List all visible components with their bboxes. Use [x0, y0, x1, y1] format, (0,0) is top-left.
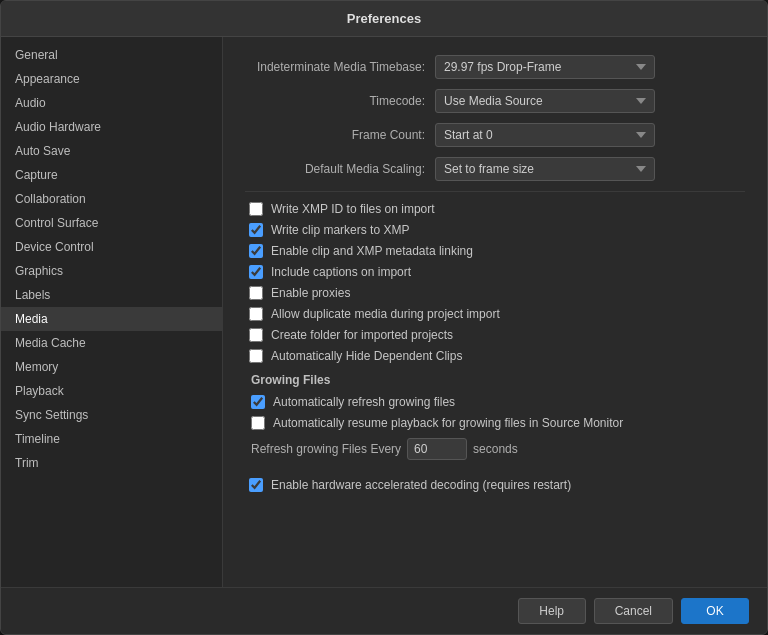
checkbox-label-hw-accel[interactable]: Enable hardware accelerated decoding (re… — [271, 478, 571, 492]
sidebar: GeneralAppearanceAudioAudio HardwareAuto… — [1, 37, 223, 587]
sidebar-item-control-surface[interactable]: Control Surface — [1, 211, 222, 235]
select-frame-count[interactable]: Start at 0Start at 1Timecode Conversion — [435, 123, 655, 147]
ok-button[interactable]: OK — [681, 598, 749, 624]
checkbox-row-auto-resume-playback: Automatically resume playback for growin… — [247, 416, 745, 430]
checkbox-create-folder[interactable] — [249, 328, 263, 342]
checkbox-auto-hide-dependent[interactable] — [249, 349, 263, 363]
sidebar-item-graphics[interactable]: Graphics — [1, 259, 222, 283]
checkbox-include-captions[interactable] — [249, 265, 263, 279]
cancel-button[interactable]: Cancel — [594, 598, 673, 624]
sidebar-item-general[interactable]: General — [1, 43, 222, 67]
refresh-input[interactable] — [407, 438, 467, 460]
checkbox-row-create-folder: Create folder for imported projects — [245, 328, 745, 342]
checkbox-row-enable-clip-xmp: Enable clip and XMP metadata linking — [245, 244, 745, 258]
help-button[interactable]: Help — [518, 598, 586, 624]
checkbox-label-include-captions[interactable]: Include captions on import — [271, 265, 411, 279]
sidebar-item-audio-hardware[interactable]: Audio Hardware — [1, 115, 222, 139]
sidebar-item-trim[interactable]: Trim — [1, 451, 222, 475]
field-label-timecode: Timecode: — [245, 94, 435, 108]
refresh-suffix: seconds — [473, 442, 518, 456]
checkbox-auto-resume-playback[interactable] — [251, 416, 265, 430]
hw-accel-section: Enable hardware accelerated decoding (re… — [245, 478, 745, 492]
checkbox-row-enable-proxies: Enable proxies — [245, 286, 745, 300]
checkbox-write-xmp-id[interactable] — [249, 202, 263, 216]
checkbox-label-auto-hide-dependent[interactable]: Automatically Hide Dependent Clips — [271, 349, 462, 363]
dialog-title: Preferences — [1, 1, 767, 37]
checkbox-row-auto-refresh-growing: Automatically refresh growing files — [247, 395, 745, 409]
checkbox-row-include-captions: Include captions on import — [245, 265, 745, 279]
preferences-dialog: Preferences GeneralAppearanceAudioAudio … — [0, 0, 768, 635]
checkbox-label-auto-refresh-growing[interactable]: Automatically refresh growing files — [273, 395, 455, 409]
sidebar-item-timeline[interactable]: Timeline — [1, 427, 222, 451]
refresh-row: Refresh growing Files Everyseconds — [247, 438, 745, 460]
checkbox-row-allow-duplicate-media: Allow duplicate media during project imp… — [245, 307, 745, 321]
sidebar-item-labels[interactable]: Labels — [1, 283, 222, 307]
divider-1 — [245, 191, 745, 192]
field-row-indeterminate-media-timebase: Indeterminate Media Timebase:23.976 fps2… — [245, 55, 745, 79]
sidebar-item-playback[interactable]: Playback — [1, 379, 222, 403]
growing-files-section: Growing FilesAutomatically refresh growi… — [245, 373, 745, 460]
checkbox-label-write-xmp-id[interactable]: Write XMP ID to files on import — [271, 202, 435, 216]
checkbox-label-allow-duplicate-media[interactable]: Allow duplicate media during project imp… — [271, 307, 500, 321]
checkbox-allow-duplicate-media[interactable] — [249, 307, 263, 321]
field-label-default-media-scaling: Default Media Scaling: — [245, 162, 435, 176]
checkbox-row-auto-hide-dependent: Automatically Hide Dependent Clips — [245, 349, 745, 363]
field-row-frame-count: Frame Count:Start at 0Start at 1Timecode… — [245, 123, 745, 147]
dialog-body: GeneralAppearanceAudioAudio HardwareAuto… — [1, 37, 767, 587]
checkbox-label-enable-clip-xmp[interactable]: Enable clip and XMP metadata linking — [271, 244, 473, 258]
select-indeterminate-media-timebase[interactable]: 23.976 fps24 fps25 fps29.97 fps Drop-Fra… — [435, 55, 655, 79]
checkbox-label-auto-resume-playback[interactable]: Automatically resume playback for growin… — [273, 416, 623, 430]
sidebar-item-capture[interactable]: Capture — [1, 163, 222, 187]
fields-section: Indeterminate Media Timebase:23.976 fps2… — [245, 55, 745, 181]
select-timecode[interactable]: Use Media SourceGenerate at 00:00:00:00 — [435, 89, 655, 113]
sidebar-item-sync-settings[interactable]: Sync Settings — [1, 403, 222, 427]
checkbox-label-create-folder[interactable]: Create folder for imported projects — [271, 328, 453, 342]
sidebar-item-device-control[interactable]: Device Control — [1, 235, 222, 259]
checkbox-row-write-xmp-id: Write XMP ID to files on import — [245, 202, 745, 216]
sidebar-item-appearance[interactable]: Appearance — [1, 67, 222, 91]
dialog-footer: Help Cancel OK — [1, 587, 767, 634]
content-panel: Indeterminate Media Timebase:23.976 fps2… — [223, 37, 767, 587]
field-label-indeterminate-media-timebase: Indeterminate Media Timebase: — [245, 60, 435, 74]
field-label-frame-count: Frame Count: — [245, 128, 435, 142]
checkbox-auto-refresh-growing[interactable] — [251, 395, 265, 409]
refresh-label: Refresh growing Files Every — [251, 442, 401, 456]
sidebar-item-media-cache[interactable]: Media Cache — [1, 331, 222, 355]
field-row-default-media-scaling: Default Media Scaling:Set to frame sizeS… — [245, 157, 745, 181]
checkbox-hw-accel[interactable] — [249, 478, 263, 492]
sidebar-item-memory[interactable]: Memory — [1, 355, 222, 379]
sidebar-item-audio[interactable]: Audio — [1, 91, 222, 115]
checkbox-enable-proxies[interactable] — [249, 286, 263, 300]
checkboxes-section: Write XMP ID to files on importWrite cli… — [245, 202, 745, 363]
sidebar-item-auto-save[interactable]: Auto Save — [1, 139, 222, 163]
checkbox-row-write-clip-markers: Write clip markers to XMP — [245, 223, 745, 237]
growing-files-heading: Growing Files — [251, 373, 745, 387]
select-default-media-scaling[interactable]: Set to frame sizeScale to frame sizeDo n… — [435, 157, 655, 181]
checkbox-enable-clip-xmp[interactable] — [249, 244, 263, 258]
checkbox-label-write-clip-markers[interactable]: Write clip markers to XMP — [271, 223, 409, 237]
field-row-timecode: Timecode:Use Media SourceGenerate at 00:… — [245, 89, 745, 113]
checkbox-write-clip-markers[interactable] — [249, 223, 263, 237]
sidebar-item-media[interactable]: Media — [1, 307, 222, 331]
checkbox-label-enable-proxies[interactable]: Enable proxies — [271, 286, 350, 300]
sidebar-item-collaboration[interactable]: Collaboration — [1, 187, 222, 211]
